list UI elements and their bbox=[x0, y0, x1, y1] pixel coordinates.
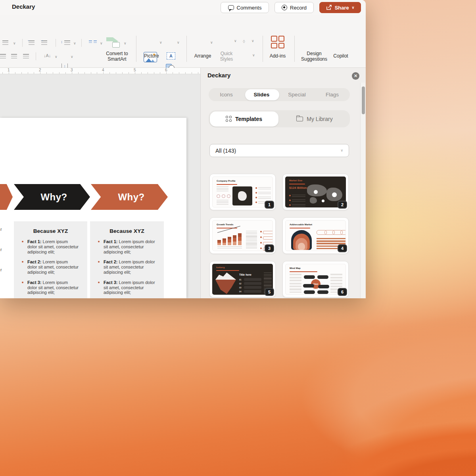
template-thumbnail: Mind Map Client bbox=[285, 264, 346, 295]
column-heading: Because XYZ bbox=[90, 221, 164, 234]
chevron-down-icon[interactable]: ∨ bbox=[210, 40, 213, 44]
thumb-title: Iceberg bbox=[216, 266, 225, 269]
view-my-library[interactable]: My Library bbox=[279, 110, 350, 127]
text-box-icon[interactable]: A bbox=[167, 52, 175, 60]
template-thumbnail: Growth Trends bbox=[212, 220, 273, 251]
shape-fill-icon[interactable]: ⬨ bbox=[243, 38, 245, 44]
picture-label[interactable]: Picture bbox=[140, 53, 163, 59]
tab-special[interactable]: Special bbox=[279, 88, 315, 101]
divider bbox=[56, 39, 56, 47]
thumb-title: Company Profile bbox=[217, 180, 236, 182]
align-center-icon[interactable] bbox=[11, 54, 17, 59]
comment-icon bbox=[228, 5, 234, 10]
chevron-down-icon[interactable]: ∨ bbox=[124, 41, 127, 45]
align-left-icon[interactable] bbox=[0, 54, 6, 59]
because-column-1[interactable]: Because XYZ Fact 1: Lorem ipsum dolor si… bbox=[14, 221, 87, 298]
justify-icon[interactable] bbox=[23, 54, 29, 59]
ruler-mark: 2 bbox=[39, 68, 41, 72]
horizontal-ruler[interactable]: 1 2 3 4 5 6 bbox=[0, 68, 200, 74]
copilot-label[interactable]: Copilot bbox=[328, 53, 353, 59]
divider bbox=[36, 52, 36, 60]
thumb-step: 02 bbox=[239, 282, 242, 285]
fact-item: Fact 1: Lorem ipsum dolor sit amet, cons… bbox=[90, 239, 164, 254]
scrollbar-thumb[interactable] bbox=[362, 86, 365, 114]
chevron-down-icon[interactable]: ∨ bbox=[252, 53, 255, 57]
divider bbox=[136, 36, 136, 62]
ruler-mark: 1 bbox=[8, 68, 10, 72]
panel-title: Deckary bbox=[207, 72, 230, 79]
column-heading: Because XYZ bbox=[14, 221, 87, 234]
columns-icon bbox=[94, 40, 97, 44]
quick-styles-label[interactable]: Quick Styles bbox=[215, 51, 238, 62]
record-label: Record bbox=[290, 5, 307, 11]
chevron-down-icon[interactable]: ∨ bbox=[55, 55, 58, 59]
folder-icon bbox=[296, 117, 303, 121]
thumb-big-number: $124 Billion bbox=[289, 186, 307, 190]
chevron-down-icon: ∨ bbox=[234, 39, 237, 43]
record-button[interactable]: Record bbox=[274, 2, 314, 13]
ruler-mark: 4 bbox=[102, 68, 104, 72]
columns-icon[interactable] bbox=[89, 40, 92, 44]
convert-smartart-icon[interactable] bbox=[106, 37, 120, 48]
fact-item: Fact 3: Lorem ipsum dolor sit amet, cons… bbox=[14, 280, 87, 295]
design-suggestions-label[interactable]: Design Suggestions bbox=[297, 51, 332, 62]
arrange-label[interactable]: Arrange bbox=[190, 53, 215, 59]
chevron-label: Why? bbox=[37, 192, 67, 203]
thumb-step: 03 bbox=[239, 286, 242, 289]
divider bbox=[263, 36, 263, 62]
convert-smartart-label[interactable]: Convert to SmartArt bbox=[99, 51, 135, 62]
text-direction-icon[interactable]: ↓A↓ bbox=[44, 53, 51, 58]
facts-list: Fact 1: Lorem ipsum dolor sit amet, cons… bbox=[14, 239, 87, 295]
fact-item: Fact 1: Lorem ipsum dolor sit amet, cons… bbox=[14, 239, 87, 254]
chevron-down-icon[interactable]: ∨ bbox=[71, 55, 73, 59]
divider bbox=[22, 39, 23, 47]
template-card[interactable]: Addressable Market 4 bbox=[282, 217, 349, 254]
thumb-title: Mind Map bbox=[290, 267, 301, 269]
template-card[interactable]: Iceberg Title here 01 02 03 04 5 bbox=[209, 261, 276, 298]
deckary-panel: Deckary ✕ Icons Slides Special Flags Tem… bbox=[200, 68, 366, 298]
chevron-down-icon[interactable]: ∨ bbox=[159, 40, 162, 44]
ruler-mark: 3 bbox=[71, 68, 73, 72]
view-templates[interactable]: Templates bbox=[209, 110, 279, 127]
line-spacing-icon[interactable] bbox=[64, 40, 70, 45]
template-number-badge: 2 bbox=[338, 201, 347, 209]
share-button[interactable]: Share ∨ bbox=[319, 2, 361, 13]
template-card[interactable]: Market Size $124 Billion 2 bbox=[282, 174, 349, 210]
chevron-label: Why? bbox=[114, 192, 145, 203]
tab-icons[interactable]: Icons bbox=[209, 88, 244, 101]
why-chevron-black[interactable]: Why? bbox=[14, 184, 90, 210]
template-thumbnail: Company Profile bbox=[212, 177, 273, 207]
panel-scrollbar[interactable] bbox=[360, 83, 365, 298]
chevron-down-icon[interactable]: ∨ bbox=[73, 41, 76, 45]
comments-button[interactable]: Comments bbox=[221, 2, 269, 13]
slide-canvas[interactable]: Why? Why? Because XYZ Fact 1: Lorem ipsu… bbox=[0, 118, 186, 298]
template-number-badge: 6 bbox=[338, 288, 347, 296]
filter-dropdown[interactable]: All (143) ∨ bbox=[209, 144, 349, 157]
template-thumbnail: Iceberg Title here 01 02 03 04 bbox=[212, 264, 273, 295]
divider bbox=[186, 36, 187, 62]
template-number-badge: 3 bbox=[265, 244, 274, 252]
close-icon[interactable]: ✕ bbox=[352, 72, 359, 80]
chevron-down-icon[interactable]: ∨ bbox=[100, 41, 103, 45]
template-card[interactable]: Growth Trends 3 bbox=[209, 217, 276, 254]
tab-flags[interactable]: Flags bbox=[315, 88, 350, 101]
numbered-list-icon[interactable] bbox=[2, 40, 8, 45]
indent-arrow: → bbox=[40, 38, 44, 42]
template-number-badge: 4 bbox=[338, 244, 347, 252]
title-bar: Deckary Comments Record Share ∨ bbox=[0, 0, 366, 15]
why-chevron-orange[interactable]: Why? bbox=[91, 184, 168, 210]
ribbon: ∨ ← → ↕ ∨ ∨ ∨ ↓A↓ ∨ ↕ ∨ Convert to Smart… bbox=[0, 15, 366, 68]
chevron-down-icon[interactable]: ∨ bbox=[177, 40, 180, 44]
chevron-down-icon[interactable]: ∨ bbox=[13, 41, 16, 45]
filter-value: All (143) bbox=[215, 148, 236, 154]
clipped-text: r bbox=[0, 227, 2, 232]
template-card[interactable]: Mind Map Client 6 bbox=[282, 261, 349, 298]
template-card[interactable]: Company Profile 1 bbox=[209, 174, 276, 210]
tab-slides[interactable]: Slides bbox=[244, 88, 279, 101]
addins-icon[interactable] bbox=[271, 36, 284, 48]
addins-label[interactable]: Add-ins bbox=[265, 53, 290, 59]
because-column-2[interactable]: Because XYZ Fact 1: Lorem ipsum dolor si… bbox=[90, 221, 164, 298]
template-thumbnail: Addressable Market bbox=[285, 220, 346, 251]
divider bbox=[81, 39, 82, 47]
clipped-text: r bbox=[0, 247, 2, 252]
